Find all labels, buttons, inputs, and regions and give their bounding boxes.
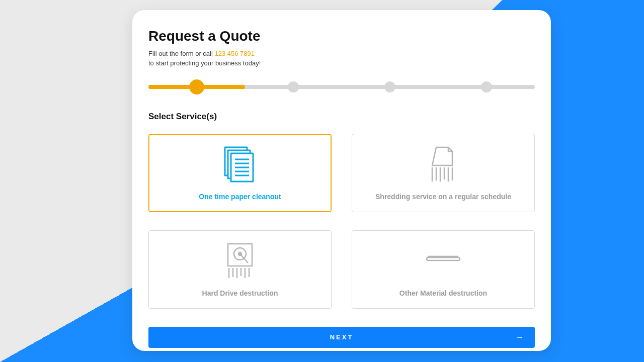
service-other-material-destruction[interactable]: Other Material destruction xyxy=(352,230,535,309)
device-icon xyxy=(423,242,463,280)
hard-drive-shred-icon xyxy=(220,242,260,280)
quote-form-card: Request a Quote Fill out the form or cal… xyxy=(132,10,551,351)
documents-icon xyxy=(220,145,260,184)
next-button[interactable]: NEXT → xyxy=(148,327,535,348)
service-grid: One time paper cleanout S xyxy=(148,134,535,309)
step-1-dot xyxy=(189,79,204,95)
shredder-icon xyxy=(423,145,463,184)
service-regular-shredding[interactable]: Shredding service on a regular schedule xyxy=(352,134,535,212)
step-4-dot xyxy=(481,81,492,93)
page-subtitle: Fill out the form or call 123 456 7891 t… xyxy=(148,49,535,68)
next-button-label: NEXT xyxy=(330,333,354,341)
arrow-right-icon: → xyxy=(516,333,524,342)
service-one-time-paper[interactable]: One time paper cleanout xyxy=(148,134,332,212)
subtitle-prefix: Fill out the form or call xyxy=(148,50,215,57)
service-hard-drive-destruction[interactable]: Hard Drive destruction xyxy=(148,230,332,309)
service-label: Other Material destruction xyxy=(399,289,487,297)
service-label: One time paper cleanout xyxy=(199,193,281,201)
step-2-dot xyxy=(288,81,299,93)
service-label: Hard Drive destruction xyxy=(202,289,278,297)
phone-link[interactable]: 123 456 7891 xyxy=(215,50,255,57)
step-3-dot xyxy=(384,81,395,93)
section-title: Select Service(s) xyxy=(148,112,535,122)
service-label: Shredding service on a regular schedule xyxy=(375,193,511,201)
progress-stepper xyxy=(148,80,535,94)
subtitle-line2: to start protecting your business today! xyxy=(148,59,261,67)
page-title: Request a Quote xyxy=(148,28,535,44)
